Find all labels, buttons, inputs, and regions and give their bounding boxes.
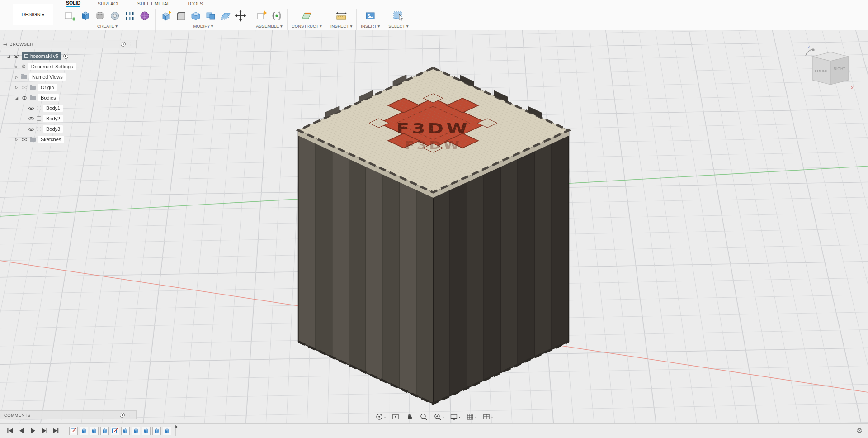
timeline-settings-gear-icon[interactable]: ⚙: [857, 427, 863, 435]
group-insert-label[interactable]: INSERT ▾: [361, 24, 380, 29]
row-label[interactable]: Named Views: [29, 73, 66, 81]
timeline-feature-extrude-icon[interactable]: [142, 427, 151, 435]
timeline-go-to-end-button[interactable]: [51, 426, 60, 436]
timeline-feature-extrude-icon[interactable]: [80, 427, 88, 435]
offset-face-icon[interactable]: [219, 10, 232, 22]
root-component-label[interactable]: hosomaki v5: [30, 52, 58, 60]
pan-button[interactable]: [406, 413, 414, 421]
move-icon[interactable]: [234, 10, 247, 22]
row-label[interactable]: Body2: [43, 115, 63, 122]
zoom-button[interactable]: [420, 413, 428, 421]
timeline-feature-sketch-icon[interactable]: [111, 427, 119, 435]
expand-icon[interactable]: ▷: [14, 138, 19, 142]
design-workspace-menu[interactable]: DESIGN ▾: [13, 4, 53, 25]
fillet-icon[interactable]: [175, 10, 187, 22]
browser-pin-icon[interactable]: [121, 42, 126, 47]
orbit-button[interactable]: ▾: [375, 413, 386, 421]
display-settings-button[interactable]: ▾: [450, 413, 460, 421]
fit-button[interactable]: ▾: [434, 413, 444, 421]
viewport-3d[interactable]: F3DW F3DW FRONT RIGHT Z X: [0, 30, 868, 423]
tab-surface[interactable]: SURFACE: [98, 1, 120, 7]
expand-icon[interactable]: ▷: [14, 86, 19, 90]
group-create-label[interactable]: CREATE ▾: [97, 24, 118, 29]
visibility-eye-icon[interactable]: [13, 53, 19, 59]
hole-icon[interactable]: [108, 10, 121, 22]
row-label[interactable]: Bodies: [38, 94, 59, 101]
timeline-step-forward-button[interactable]: [39, 426, 49, 436]
group-assemble-label[interactable]: ASSEMBLE ▾: [256, 24, 283, 29]
expand-icon[interactable]: ▷: [14, 75, 19, 79]
browser-collapse-icon[interactable]: ◀◀: [3, 43, 6, 46]
tab-tools[interactable]: TOOLS: [187, 1, 203, 7]
root-component-chip: hosomaki v5: [22, 52, 61, 60]
expand-icon[interactable]: ▷: [14, 65, 19, 69]
row-label[interactable]: Origin: [38, 84, 57, 91]
browser-row-body1[interactable]: Body1: [0, 104, 137, 113]
browser-grip-icon[interactable]: ⋮: [129, 42, 134, 47]
group-select-label[interactable]: SELECT ▾: [388, 24, 408, 29]
insert-icon[interactable]: [364, 10, 377, 22]
browser-row-document-settings[interactable]: ▷ ⚙ Document Settings: [0, 62, 137, 71]
visibility-eye-icon[interactable]: [21, 137, 28, 142]
timeline-play-button[interactable]: [28, 426, 38, 436]
timeline-feature-extrude-icon[interactable]: [90, 427, 99, 435]
expand-icon[interactable]: ◢: [14, 96, 19, 100]
timeline-feature-extrude-icon[interactable]: [121, 427, 130, 435]
timeline-feature-extrude-icon[interactable]: [163, 427, 171, 435]
extrude-icon[interactable]: [79, 10, 91, 22]
activate-component-radio[interactable]: [63, 54, 68, 59]
group-inspect-label[interactable]: INSPECT ▾: [330, 24, 352, 29]
navigation-bar: ▾ ▾: [375, 413, 493, 421]
pattern-icon[interactable]: [123, 10, 136, 22]
create-form-icon[interactable]: [138, 10, 151, 22]
visibility-eye-icon-off[interactable]: [21, 85, 28, 90]
tab-sheet-metal[interactable]: SHEET METAL: [137, 1, 170, 7]
visibility-eye-icon[interactable]: [28, 126, 34, 132]
viewcube[interactable]: FRONT RIGHT Z X: [801, 41, 860, 95]
timeline-position-marker[interactable]: [173, 425, 178, 437]
viewcube-front-label[interactable]: FRONT: [815, 69, 828, 73]
new-component-icon[interactable]: [255, 10, 268, 22]
browser-row-body3[interactable]: Body3: [0, 124, 137, 133]
expand-icon[interactable]: ◢: [6, 54, 11, 58]
viewports-button[interactable]: ▾: [482, 413, 493, 421]
group-construct-label[interactable]: CONSTRUCT ▾: [292, 24, 322, 29]
create-sketch-icon[interactable]: [64, 10, 76, 22]
tab-solid[interactable]: SOLID: [66, 0, 80, 7]
row-label[interactable]: Body1: [43, 105, 63, 112]
browser-row-sketches[interactable]: ▷ Sketches: [0, 135, 137, 144]
browser-row-root[interactable]: ◢ hosomaki v5: [0, 52, 137, 61]
measure-icon[interactable]: [335, 10, 348, 22]
row-label[interactable]: Document Settings: [28, 63, 76, 70]
joint-icon[interactable]: [270, 10, 283, 22]
browser-row-body2[interactable]: Body2: [0, 114, 137, 123]
timeline-feature-extrude-icon[interactable]: [100, 427, 109, 435]
comments-pin-icon[interactable]: [120, 413, 125, 418]
timeline-step-back-button[interactable]: [17, 426, 26, 436]
group-modify-label[interactable]: MODIFY ▾: [193, 24, 213, 29]
visibility-eye-icon[interactable]: [28, 105, 34, 111]
timeline-go-to-start-button[interactable]: [5, 426, 15, 436]
visibility-eye-icon[interactable]: [21, 95, 28, 100]
timeline-feature-sketch-icon[interactable]: [69, 427, 78, 435]
select-icon[interactable]: [392, 10, 405, 22]
row-label[interactable]: Body3: [43, 125, 63, 133]
browser-row-named-views[interactable]: ▷ Named Views: [0, 72, 137, 81]
revolve-icon[interactable]: [94, 10, 106, 22]
shell-icon[interactable]: [189, 10, 202, 22]
comments-panel[interactable]: COMMENTS ⋮: [0, 410, 137, 419]
viewcube-right-label[interactable]: RIGHT: [834, 67, 845, 71]
visibility-eye-icon[interactable]: [28, 116, 34, 121]
press-pull-icon[interactable]: [160, 10, 172, 22]
look-at-button[interactable]: [392, 413, 400, 421]
construct-plane-icon[interactable]: [300, 10, 313, 22]
combine-icon[interactable]: [204, 10, 217, 22]
comments-grip-icon[interactable]: ⋮: [128, 413, 132, 418]
timeline-feature-extrude-icon[interactable]: [132, 427, 140, 435]
browser-header[interactable]: ◀◀ BROWSER ⋮: [0, 40, 137, 48]
grid-settings-button[interactable]: ▾: [466, 413, 476, 421]
row-label[interactable]: Sketches: [38, 136, 64, 143]
timeline-feature-extrude-icon[interactable]: [152, 427, 161, 435]
browser-row-bodies[interactable]: ◢ Bodies: [0, 93, 137, 102]
browser-row-origin[interactable]: ▷ Origin: [0, 83, 137, 92]
